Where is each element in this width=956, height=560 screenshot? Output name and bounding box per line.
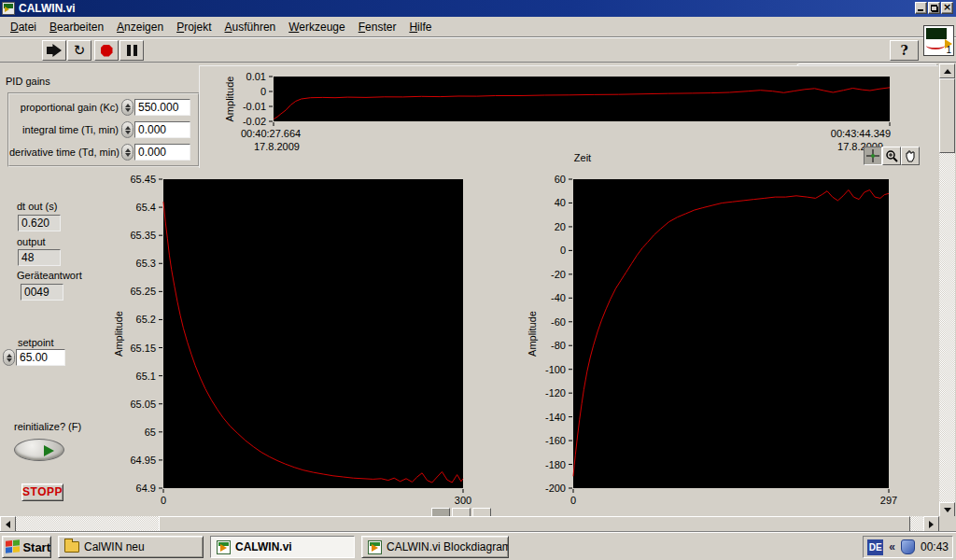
x-tick-label: 297 — [880, 495, 897, 506]
menu-anzeigen[interactable]: Anzeigen — [110, 18, 170, 36]
y-tick-label: 60 — [555, 174, 566, 185]
labview-icon — [217, 540, 231, 554]
y-tick-label: 65.05 — [130, 399, 156, 410]
out-chart: 6040200-20-40-60-80-100-120-140-160-180-… — [515, 174, 940, 513]
y-axis-label: Amplitude — [224, 77, 235, 122]
y-tick-label: -0.01 — [243, 101, 266, 112]
y-tick-label: 40 — [555, 197, 566, 208]
taskbar-clock: 00:43 — [921, 540, 949, 553]
labview-icon — [368, 540, 382, 554]
pid-field-input[interactable]: 0.000 — [134, 121, 190, 138]
pause-button[interactable] — [120, 40, 144, 61]
plot-area — [573, 179, 889, 488]
tray-collapse-chevron[interactable]: « — [889, 540, 895, 553]
x-tick-label: 0 — [161, 495, 166, 506]
scroll-up-button[interactable] — [939, 63, 955, 78]
tray-icon[interactable] — [901, 539, 915, 554]
windows-logo-icon — [6, 539, 20, 554]
plot-area — [274, 77, 890, 121]
y-tick-label: 0 — [260, 86, 266, 97]
setpoint-spinner[interactable] — [3, 349, 15, 366]
y-tick-label: 20 — [555, 221, 566, 232]
pv-graph-palette-clipped[interactable] — [431, 508, 499, 516]
close-icon: × — [942, 2, 952, 12]
labview-vi-icon — [2, 2, 15, 15]
y-axis-label: Amplitude — [113, 311, 124, 357]
close-button[interactable]: × — [941, 2, 953, 14]
language-indicator[interactable]: DE — [867, 539, 883, 555]
y-tick-label: -180 — [545, 459, 566, 470]
plot-area — [163, 179, 463, 488]
pid-field-spinner[interactable] — [121, 144, 134, 161]
menu-hilfe[interactable]: Hilfe — [402, 18, 438, 36]
vi-icon-pane[interactable]: 1 — [923, 25, 954, 56]
taskbar-button-label: CALWIN.vi Blockdiagramm — [387, 540, 509, 553]
horizontal-scroll-thumb[interactable] — [159, 516, 910, 532]
run-button[interactable] — [42, 40, 66, 61]
y-tick-label: 65.35 — [130, 230, 156, 241]
minimize-button[interactable] — [915, 2, 927, 14]
taskbar-button-label: CALWIN.vi — [235, 540, 292, 553]
toolbar: ↻ ? — [0, 38, 956, 63]
output-label: output — [17, 236, 46, 247]
pid-field-label: proportional gain (Kc) — [9, 102, 119, 113]
stop-button[interactable]: STOPP — [21, 483, 63, 501]
taskbar-button-calwin-neu[interactable]: CalWIN neu — [58, 536, 204, 558]
menu-bar: DateiBearbeitenAnzeigenProjektAusführenW… — [0, 17, 956, 37]
y-tick-label: 0 — [560, 245, 566, 256]
menu-projekt[interactable]: Projekt — [170, 18, 218, 36]
pv-chart: 64.914 65.4565.465.3565.365.2565.265.156… — [107, 174, 504, 513]
system-tray: DE « 00:43 — [863, 536, 953, 558]
y-tick-label: 65.3 — [136, 258, 156, 269]
pid-field-spinner[interactable] — [121, 121, 134, 138]
y-tick-label: 65.15 — [130, 343, 156, 354]
menu-datei[interactable]: Datei — [4, 18, 43, 36]
y-tick-label: 65.45 — [130, 174, 156, 185]
help-button[interactable]: ? — [890, 40, 919, 61]
out-chart-svg: 6040200-20-40-60-80-100-120-140-160-180-… — [515, 174, 940, 513]
minimize-icon — [918, 9, 923, 11]
y-tick-label: 65.1 — [136, 371, 156, 382]
vertical-scrollbar[interactable] — [939, 63, 955, 517]
scroll-left-button[interactable] — [0, 516, 16, 532]
menu-ausführen[interactable]: Ausführen — [218, 18, 283, 36]
scroll-right-button[interactable] — [923, 516, 939, 532]
reinitialize-arrow-icon — [44, 445, 54, 456]
y-tick-label: 65.2 — [136, 314, 156, 325]
scroll-down-button[interactable] — [939, 502, 955, 517]
pid-field-spinner[interactable] — [121, 99, 134, 116]
geraeteantwort-label: Geräteantwort — [17, 270, 82, 281]
y-tick-label: -80 — [551, 340, 566, 351]
taskbar-button-calwin-vi[interactable]: CALWIN.vi — [210, 536, 355, 558]
pid-field-input[interactable]: 0.000 — [134, 144, 190, 161]
run-icon — [47, 44, 62, 57]
pid-gains-title: PID gains — [6, 76, 50, 87]
menu-bearbeiten[interactable]: Bearbeiten — [43, 18, 110, 36]
x-tick-label: 300 — [455, 495, 471, 506]
y-tick-label: -60 — [551, 316, 566, 328]
zeit-chart: 00:40:27.664 17.8.2009 00:43:44.349 17.8… — [199, 65, 938, 168]
abort-button[interactable] — [94, 40, 119, 61]
setpoint-input[interactable]: 65.00 — [16, 349, 65, 366]
horizontal-scrollbar[interactable] — [0, 516, 939, 532]
vertical-scroll-thumb[interactable] — [939, 78, 955, 153]
menu-werkzeuge[interactable]: Werkzeuge — [282, 18, 351, 36]
taskbar-button-calwin-vi-blockdiagramm[interactable]: CALWIN.vi Blockdiagramm — [361, 536, 509, 558]
run-continuous-button[interactable]: ↻ — [67, 40, 91, 61]
window-title: CALWIN.vi — [19, 2, 76, 15]
pid-field-input[interactable]: 550.000 — [134, 99, 190, 116]
vi-icon-chart — [926, 28, 947, 39]
menu-fenster[interactable]: Fenster — [352, 18, 403, 36]
y-tick-label: -200 — [545, 483, 566, 494]
abort-icon — [101, 45, 113, 57]
y-tick-label: -120 — [545, 387, 566, 399]
restore-button[interactable] — [928, 2, 940, 14]
y-tick-label: 64.9 — [136, 483, 156, 494]
start-button[interactable]: Start — [2, 536, 51, 558]
vi-icon-badge: 1 — [946, 45, 951, 55]
output-indicator: 48 — [18, 249, 61, 266]
reinitialize-button[interactable] — [14, 439, 64, 461]
y-tick-label: 65.25 — [130, 286, 156, 297]
run-continuous-icon: ↻ — [74, 44, 86, 58]
y-tick-label: -20 — [551, 269, 566, 280]
